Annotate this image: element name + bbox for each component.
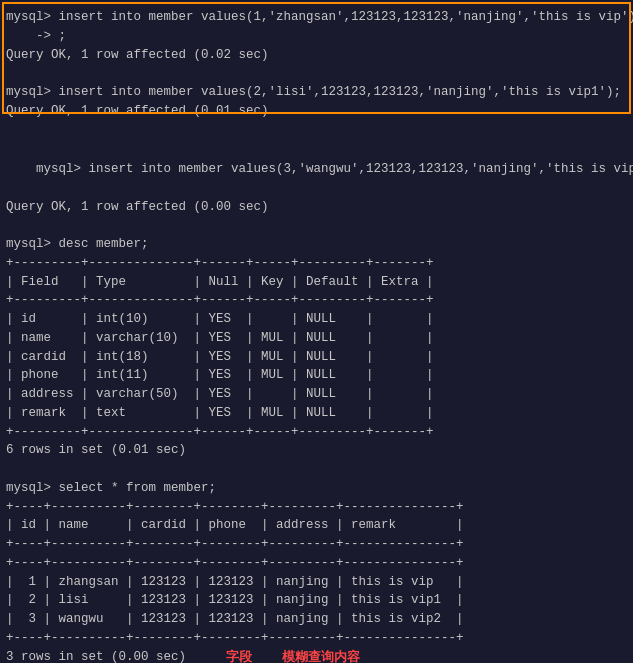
sel-row3: | 3 | wangwu | 123123 | 123123 | nanjing… xyxy=(6,610,627,629)
blank2 xyxy=(6,121,627,140)
table-header: | Field | Type | Null | Key | Default | … xyxy=(6,273,627,292)
blank3 xyxy=(6,216,627,235)
sel-sep2: +----+----------+--------+--------+-----… xyxy=(6,535,627,554)
terminal-window: mysql> insert into member values(1,'zhan… xyxy=(0,0,633,663)
row-phone: | phone | int(11) | YES | MUL | NULL | | xyxy=(6,366,627,385)
sel-header: | id | name | cardid | phone | address |… xyxy=(6,516,627,535)
sel-sep4: +----+----------+--------+--------+-----… xyxy=(6,629,627,648)
blank1 xyxy=(6,64,627,83)
insert1-cont: -> ; xyxy=(6,27,627,46)
sel-sep3: +----+----------+--------+--------+-----… xyxy=(6,554,627,573)
insert1-cmd: mysql> insert into member values(1,'zhan… xyxy=(6,8,627,27)
sel-row1: | 1 | zhangsan | 123123 | 123123 | nanji… xyxy=(6,573,627,592)
insert2-ok: Query OK, 1 row affected (0.01 sec) xyxy=(6,102,627,121)
row-remark: | remark | text | YES | MUL | NULL | | xyxy=(6,404,627,423)
table-sep3: +---------+--------------+------+-----+-… xyxy=(6,423,627,442)
annotation-monicha: 模糊查询内容 xyxy=(282,647,360,663)
insert3-cmd: mysql> insert into member values(3,'wang… xyxy=(36,162,633,176)
insert3-line: mysql> insert into member values(3,'wang… xyxy=(6,139,627,197)
sel-row2: | 2 | lisi | 123123 | 123123 | nanjing |… xyxy=(6,591,627,610)
row-name: | name | varchar(10) | YES | MUL | NULL … xyxy=(6,329,627,348)
select-cmd: mysql> select * from member; xyxy=(6,479,627,498)
insert3-ok: Query OK, 1 row affected (0.00 sec) xyxy=(6,198,627,217)
insert2-cmd: mysql> insert into member values(2,'lisi… xyxy=(6,83,627,102)
sel-sep1: +----+----------+--------+--------+-----… xyxy=(6,498,627,517)
blank4 xyxy=(6,460,627,479)
annotation-ziduan: 字段 xyxy=(226,647,252,663)
rows6: 6 rows in set (0.01 sec) xyxy=(6,441,627,460)
table-sep1: +---------+--------------+------+-----+-… xyxy=(6,254,627,273)
insert1-ok: Query OK, 1 row affected (0.02 sec) xyxy=(6,46,627,65)
row-cardid: | cardid | int(18) | YES | MUL | NULL | … xyxy=(6,348,627,367)
table-sep2: +---------+--------------+------+-----+-… xyxy=(6,291,627,310)
row-address: | address | varchar(50) | YES | | NULL |… xyxy=(6,385,627,404)
annotations-container: 字段 模糊查询内容 xyxy=(226,647,360,663)
row-id: | id | int(10) | YES | | NULL | | xyxy=(6,310,627,329)
desc-cmd: mysql> desc member; xyxy=(6,235,627,254)
